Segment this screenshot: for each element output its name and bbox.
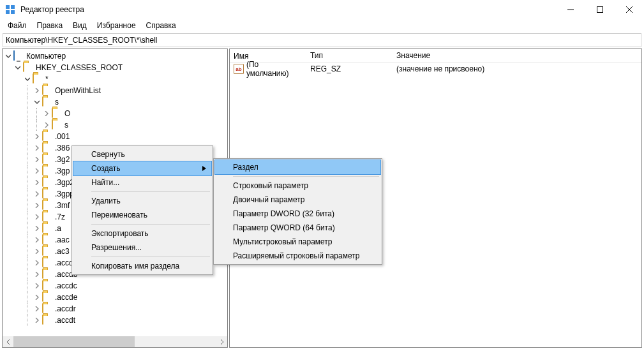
ctx-new-expandstring[interactable]: Расширяемый строковый параметр [215, 249, 380, 263]
folder-icon [23, 63, 33, 73]
value-name: (По умолчанию) [246, 60, 303, 78]
chevron-right-icon[interactable] [33, 316, 41, 325]
chevron-right-icon[interactable] [42, 109, 51, 118]
menu-view[interactable]: Вид [68, 20, 92, 31]
close-button[interactable] [615, 0, 644, 19]
address-text: Компьютер\HKEY_CLASSES_ROOT\*\shell [6, 36, 158, 45]
column-header-value[interactable]: Значение [393, 49, 641, 63]
ctx-new-key[interactable]: Раздел [215, 160, 380, 174]
menu-edit[interactable]: Правка [32, 20, 68, 31]
tree-node-computer[interactable]: Компьютер [4, 50, 227, 62]
ctx-delete[interactable]: Удалить [73, 194, 211, 208]
tree-label: Компьютер [26, 52, 66, 61]
chevron-down-icon[interactable] [33, 98, 41, 107]
tree-label: O [64, 109, 70, 118]
computer-icon [13, 51, 24, 61]
address-bar[interactable]: Компьютер\HKEY_CLASSES_ROOT\*\shell [3, 33, 641, 47]
tree-node[interactable]: .accdt [4, 315, 227, 326]
tree-label: .3mf [55, 201, 70, 210]
column-header-type[interactable]: Тип [306, 49, 393, 63]
chevron-right-icon[interactable] [33, 167, 41, 175]
folder-icon [42, 258, 52, 268]
tree-node-openwithlist[interactable]: OpenWithList [4, 85, 227, 96]
tree-label: s [64, 121, 68, 130]
scroll-thumb[interactable] [13, 336, 135, 347]
chevron-right-icon[interactable] [33, 201, 41, 210]
tree-node-child[interactable]: O [4, 108, 227, 119]
folder-icon [42, 223, 52, 234]
tree-node-child[interactable]: s [4, 119, 227, 131]
menu-file[interactable]: Файл [3, 20, 32, 31]
chevron-right-icon[interactable] [33, 224, 41, 233]
chevron-right-icon[interactable] [33, 212, 41, 221]
chevron-right-icon[interactable] [33, 281, 41, 290]
folder-icon [42, 292, 52, 302]
folder-icon [52, 108, 62, 119]
ctx-copy-key-name[interactable]: Копировать имя раздела [73, 259, 211, 273]
tree-node[interactable]: .accdr [4, 303, 227, 315]
ctx-permissions[interactable]: Разрешения... [73, 241, 211, 255]
chevron-right-icon[interactable] [33, 247, 41, 256]
ctx-new-binary[interactable]: Двоичный параметр [215, 193, 380, 207]
chevron-right-icon[interactable] [33, 144, 41, 152]
ctx-find[interactable]: Найти... [73, 175, 211, 189]
chevron-right-icon[interactable] [33, 132, 41, 141]
chevron-down-icon[interactable] [4, 52, 13, 61]
tree-label: .7z [55, 212, 65, 221]
ctx-collapse[interactable]: Свернуть [73, 147, 211, 161]
chevron-right-icon[interactable] [33, 178, 41, 187]
tree-label: HKEY_CLASSES_ROOT [36, 63, 123, 72]
list-row-default[interactable]: ab (По умолчанию) REG_SZ (значение не пр… [230, 63, 641, 75]
tree-node-shell[interactable]: s [4, 96, 227, 108]
ctx-new-string[interactable]: Строковый параметр [215, 179, 380, 193]
tree-node-star[interactable]: * [4, 73, 227, 85]
ctx-new-dword[interactable]: Параметр DWORD (32 бита) [215, 207, 380, 221]
ctx-new[interactable]: Создать [73, 161, 211, 175]
chevron-right-icon[interactable] [33, 270, 41, 279]
maximize-button[interactable] [585, 0, 615, 19]
folder-icon [42, 189, 52, 199]
tree-label: OpenWithList [55, 86, 101, 95]
menu-favorites[interactable]: Избранное [92, 20, 141, 31]
scroll-right-icon[interactable] [216, 336, 227, 347]
svg-rect-5 [597, 7, 603, 13]
tree-node[interactable]: .001 [4, 131, 227, 142]
chevron-right-icon[interactable] [33, 189, 41, 198]
folder-icon [42, 143, 52, 153]
svg-rect-2 [6, 10, 10, 14]
app-icon [5, 4, 15, 15]
tree-label: .aac [55, 235, 70, 244]
ctx-export[interactable]: Экспортировать [73, 226, 211, 241]
chevron-right-icon[interactable] [33, 155, 41, 164]
ctx-new-multistring[interactable]: Мультистроковый параметр [215, 235, 380, 249]
folder-icon [42, 97, 52, 107]
tree-node[interactable]: .accde [4, 292, 227, 303]
work-area: Компьютер HKEY_CLASSES_ROOT * OpenWithLi… [0, 48, 644, 348]
menu-help[interactable]: Справка [141, 20, 181, 31]
scroll-left-icon[interactable] [3, 336, 13, 347]
chevron-right-icon[interactable] [33, 304, 41, 313]
tree-label: s [55, 98, 59, 107]
separator [91, 256, 210, 257]
tree-node[interactable]: .accdc [4, 280, 227, 292]
ctx-rename[interactable]: Переименовать [73, 208, 211, 222]
folder-icon [42, 85, 52, 96]
ctx-new-qword[interactable]: Параметр QWORD (64 бита) [215, 221, 380, 235]
chevron-right-icon[interactable] [33, 86, 41, 95]
folder-icon [42, 235, 52, 245]
chevron-right-icon[interactable] [33, 293, 41, 302]
tree-label: .accdr [55, 304, 76, 313]
minimize-button[interactable] [556, 0, 585, 19]
svg-rect-1 [11, 5, 15, 9]
context-menu: Свернуть Создать Найти... Удалить Переим… [71, 145, 213, 275]
horizontal-scrollbar[interactable] [3, 336, 227, 347]
window-title: Редактор реестра [20, 5, 556, 14]
chevron-down-icon[interactable] [23, 75, 32, 84]
chevron-right-icon[interactable] [33, 235, 41, 244]
chevron-right-icon[interactable] [33, 258, 41, 267]
tree-label: .accdt [55, 316, 75, 325]
title-bar: Редактор реестра [0, 0, 644, 19]
chevron-right-icon[interactable] [42, 121, 51, 130]
folder-icon [42, 212, 52, 222]
chevron-down-icon[interactable] [13, 63, 22, 72]
